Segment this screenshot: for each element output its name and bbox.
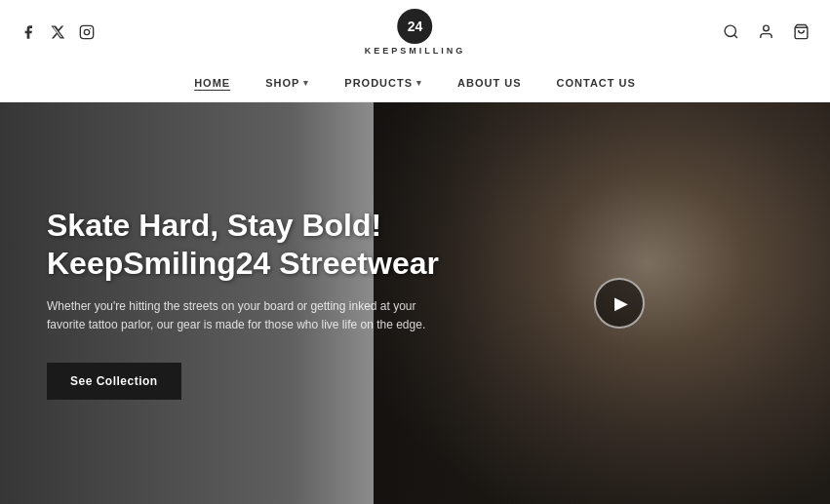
cart-icon[interactable] [791,22,810,42]
shop-chevron-icon: ▾ [303,78,309,88]
nav-about[interactable]: ABOUT US [457,77,521,89]
svg-line-4 [733,35,736,38]
svg-point-5 [763,25,769,31]
facebook-icon[interactable] [20,23,37,41]
twitter-x-icon[interactable] [49,23,66,41]
svg-point-3 [725,25,735,36]
nav-home[interactable]: HOME [194,77,230,89]
svg-rect-0 [80,25,93,38]
social-icons [20,23,96,41]
logo-circle: 24 [397,9,432,44]
hero-content: Skate Hard, Stay Bold! KeepSmiling24 Str… [0,102,830,504]
search-icon[interactable] [721,22,740,42]
site-name: KEEPSMILLING [365,46,466,56]
hero-subtitle: Whether you're hitting the streets on yo… [47,297,456,334]
main-nav: HOME SHOP ▾ PRODUCTS ▾ ABOUT US CONTACT … [0,63,830,102]
see-collection-button[interactable]: See Collection [47,363,181,400]
header-icons [721,22,810,42]
play-button[interactable]: ▶ [594,278,645,329]
nav-shop[interactable]: SHOP ▾ [265,77,309,89]
hero-section: Skate Hard, Stay Bold! KeepSmiling24 Str… [0,102,830,504]
hero-title: Skate Hard, Stay Bold! KeepSmiling24 Str… [47,207,554,282]
svg-point-1 [84,29,89,34]
svg-point-2 [90,27,91,28]
nav-contact[interactable]: CONTACT US [557,77,636,89]
user-icon[interactable] [756,22,775,42]
logo[interactable]: 24 KEEPSMILLING [365,9,466,56]
top-bar: 24 KEEPSMILLING [0,0,830,63]
nav-products[interactable]: PRODUCTS ▾ [344,77,422,89]
instagram-icon[interactable] [78,23,96,41]
products-chevron-icon: ▾ [416,78,422,88]
